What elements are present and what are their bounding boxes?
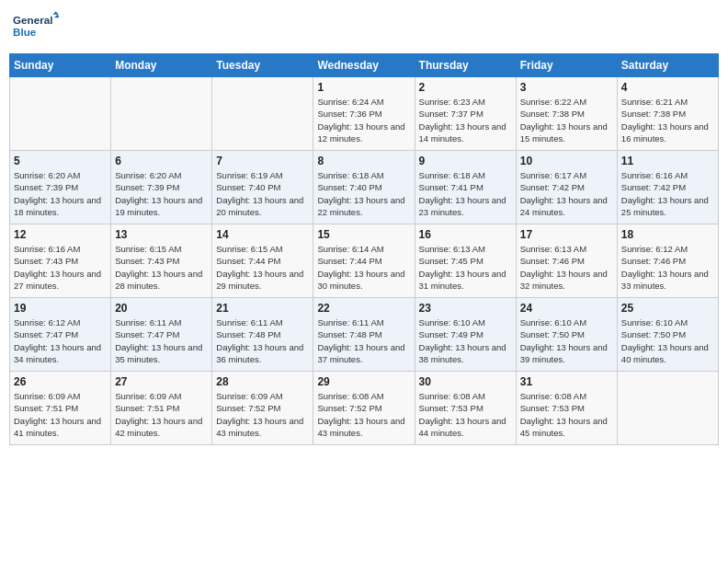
calendar-day-20: 20Sunrise: 6:11 AMSunset: 7:47 PMDayligh…: [111, 298, 212, 372]
calendar-day-23: 23Sunrise: 6:10 AMSunset: 7:49 PMDayligh…: [415, 298, 516, 372]
calendar-day-18: 18Sunrise: 6:12 AMSunset: 7:46 PMDayligh…: [617, 224, 718, 298]
calendar-week-1: 1Sunrise: 6:24 AMSunset: 7:36 PMDaylight…: [10, 77, 719, 151]
calendar-day-15: 15Sunrise: 6:14 AMSunset: 7:44 PMDayligh…: [313, 224, 415, 298]
calendar-day-8: 8Sunrise: 6:18 AMSunset: 7:40 PMDaylight…: [313, 151, 415, 224]
logo-svg: General Blue: [13, 9, 59, 46]
weekday-header-wednesday: Wednesday: [313, 54, 415, 77]
calendar-day-17: 17Sunrise: 6:13 AMSunset: 7:46 PMDayligh…: [516, 224, 617, 298]
day-number: 23: [419, 302, 512, 315]
day-detail: Sunrise: 6:08 AMSunset: 7:53 PMDaylight:…: [419, 390, 512, 439]
day-detail: Sunrise: 6:21 AMSunset: 7:38 PMDaylight:…: [621, 96, 714, 144]
day-detail: Sunrise: 6:10 AMSunset: 7:50 PMDaylight:…: [621, 316, 714, 365]
calendar-day-10: 10Sunrise: 6:17 AMSunset: 7:42 PMDayligh…: [516, 151, 617, 224]
day-number: 2: [419, 81, 512, 94]
day-detail: Sunrise: 6:19 AMSunset: 7:40 PMDaylight:…: [216, 169, 309, 218]
svg-text:General: General: [13, 14, 52, 26]
day-number: 19: [14, 302, 107, 315]
day-detail: Sunrise: 6:11 AMSunset: 7:48 PMDaylight:…: [317, 316, 410, 365]
calendar-day-9: 9Sunrise: 6:18 AMSunset: 7:41 PMDaylight…: [415, 151, 516, 224]
calendar-day-26: 26Sunrise: 6:09 AMSunset: 7:51 PMDayligh…: [10, 372, 111, 445]
empty-day-cell: [111, 77, 212, 151]
calendar-day-12: 12Sunrise: 6:16 AMSunset: 7:43 PMDayligh…: [10, 224, 111, 298]
weekday-header-row: SundayMondayTuesdayWednesdayThursdayFrid…: [10, 54, 719, 77]
day-number: 14: [216, 228, 309, 241]
calendar-table: SundayMondayTuesdayWednesdayThursdayFrid…: [9, 53, 719, 445]
calendar-day-22: 22Sunrise: 6:11 AMSunset: 7:48 PMDayligh…: [313, 298, 415, 372]
day-number: 9: [419, 155, 512, 167]
calendar-header: SundayMondayTuesdayWednesdayThursdayFrid…: [10, 54, 719, 77]
calendar-day-3: 3Sunrise: 6:22 AMSunset: 7:38 PMDaylight…: [516, 77, 617, 151]
calendar-day-29: 29Sunrise: 6:08 AMSunset: 7:52 PMDayligh…: [313, 372, 415, 445]
day-detail: Sunrise: 6:11 AMSunset: 7:47 PMDaylight:…: [115, 316, 208, 365]
calendar-day-6: 6Sunrise: 6:20 AMSunset: 7:39 PMDaylight…: [111, 151, 212, 224]
day-number: 3: [520, 81, 613, 94]
day-number: 1: [317, 81, 410, 94]
day-detail: Sunrise: 6:09 AMSunset: 7:51 PMDaylight:…: [115, 390, 208, 439]
calendar-day-21: 21Sunrise: 6:11 AMSunset: 7:48 PMDayligh…: [212, 298, 313, 372]
weekday-header-tuesday: Tuesday: [212, 54, 313, 77]
day-number: 21: [216, 302, 309, 315]
calendar-day-16: 16Sunrise: 6:13 AMSunset: 7:45 PMDayligh…: [415, 224, 516, 298]
day-number: 28: [216, 375, 309, 388]
day-detail: Sunrise: 6:20 AMSunset: 7:39 PMDaylight:…: [115, 169, 208, 218]
day-detail: Sunrise: 6:13 AMSunset: 7:46 PMDaylight:…: [520, 243, 613, 292]
day-number: 7: [216, 155, 309, 167]
day-number: 26: [14, 375, 107, 388]
svg-text:Blue: Blue: [13, 26, 37, 38]
svg-marker-3: [54, 15, 59, 17]
day-detail: Sunrise: 6:15 AMSunset: 7:44 PMDaylight:…: [216, 243, 309, 292]
day-detail: Sunrise: 6:11 AMSunset: 7:48 PMDaylight:…: [216, 316, 309, 365]
empty-day-cell: [212, 77, 313, 151]
day-detail: Sunrise: 6:18 AMSunset: 7:40 PMDaylight:…: [317, 169, 410, 218]
day-number: 12: [14, 228, 107, 241]
day-number: 5: [14, 155, 107, 167]
day-number: 16: [419, 228, 512, 241]
calendar-day-1: 1Sunrise: 6:24 AMSunset: 7:36 PMDaylight…: [313, 77, 415, 151]
day-detail: Sunrise: 6:22 AMSunset: 7:38 PMDaylight:…: [520, 96, 613, 144]
day-detail: Sunrise: 6:12 AMSunset: 7:47 PMDaylight:…: [14, 316, 107, 365]
day-detail: Sunrise: 6:10 AMSunset: 7:50 PMDaylight:…: [520, 316, 613, 365]
day-number: 18: [621, 228, 714, 241]
weekday-header-friday: Friday: [516, 54, 617, 77]
weekday-header-sunday: Sunday: [10, 54, 111, 77]
day-number: 29: [317, 375, 410, 388]
calendar-body: 1Sunrise: 6:24 AMSunset: 7:36 PMDaylight…: [10, 77, 719, 445]
day-detail: Sunrise: 6:16 AMSunset: 7:43 PMDaylight:…: [14, 243, 107, 292]
calendar-day-30: 30Sunrise: 6:08 AMSunset: 7:53 PMDayligh…: [415, 372, 516, 445]
empty-day-cell: [10, 77, 111, 151]
day-detail: Sunrise: 6:17 AMSunset: 7:42 PMDaylight:…: [520, 169, 613, 218]
weekday-header-thursday: Thursday: [415, 54, 516, 77]
day-detail: Sunrise: 6:08 AMSunset: 7:52 PMDaylight:…: [317, 390, 410, 439]
day-detail: Sunrise: 6:18 AMSunset: 7:41 PMDaylight:…: [419, 169, 512, 218]
calendar-week-4: 19Sunrise: 6:12 AMSunset: 7:47 PMDayligh…: [10, 298, 719, 372]
calendar-day-25: 25Sunrise: 6:10 AMSunset: 7:50 PMDayligh…: [617, 298, 718, 372]
calendar-day-19: 19Sunrise: 6:12 AMSunset: 7:47 PMDayligh…: [10, 298, 111, 372]
day-detail: Sunrise: 6:15 AMSunset: 7:43 PMDaylight:…: [115, 243, 208, 292]
day-number: 31: [520, 375, 613, 388]
day-number: 10: [520, 155, 613, 167]
calendar-week-3: 12Sunrise: 6:16 AMSunset: 7:43 PMDayligh…: [10, 224, 719, 298]
page-header: General Blue: [9, 9, 719, 46]
day-detail: Sunrise: 6:20 AMSunset: 7:39 PMDaylight:…: [14, 169, 107, 218]
calendar-day-2: 2Sunrise: 6:23 AMSunset: 7:37 PMDaylight…: [415, 77, 516, 151]
day-number: 13: [115, 228, 208, 241]
calendar-day-4: 4Sunrise: 6:21 AMSunset: 7:38 PMDaylight…: [617, 77, 718, 151]
calendar-day-7: 7Sunrise: 6:19 AMSunset: 7:40 PMDaylight…: [212, 151, 313, 224]
day-number: 4: [621, 81, 714, 94]
calendar-day-27: 27Sunrise: 6:09 AMSunset: 7:51 PMDayligh…: [111, 372, 212, 445]
day-detail: Sunrise: 6:09 AMSunset: 7:51 PMDaylight:…: [14, 390, 107, 439]
day-number: 6: [115, 155, 208, 167]
day-number: 8: [317, 155, 410, 167]
calendar-week-2: 5Sunrise: 6:20 AMSunset: 7:39 PMDaylight…: [10, 151, 719, 224]
calendar-day-24: 24Sunrise: 6:10 AMSunset: 7:50 PMDayligh…: [516, 298, 617, 372]
day-detail: Sunrise: 6:12 AMSunset: 7:46 PMDaylight:…: [621, 243, 714, 292]
day-detail: Sunrise: 6:13 AMSunset: 7:45 PMDaylight:…: [419, 243, 512, 292]
day-number: 30: [419, 375, 512, 388]
calendar-week-5: 26Sunrise: 6:09 AMSunset: 7:51 PMDayligh…: [10, 372, 719, 445]
day-detail: Sunrise: 6:08 AMSunset: 7:53 PMDaylight:…: [520, 390, 613, 439]
weekday-header-monday: Monday: [111, 54, 212, 77]
day-detail: Sunrise: 6:10 AMSunset: 7:49 PMDaylight:…: [419, 316, 512, 365]
day-detail: Sunrise: 6:09 AMSunset: 7:52 PMDaylight:…: [216, 390, 309, 439]
day-number: 17: [520, 228, 613, 241]
calendar-day-5: 5Sunrise: 6:20 AMSunset: 7:39 PMDaylight…: [10, 151, 111, 224]
